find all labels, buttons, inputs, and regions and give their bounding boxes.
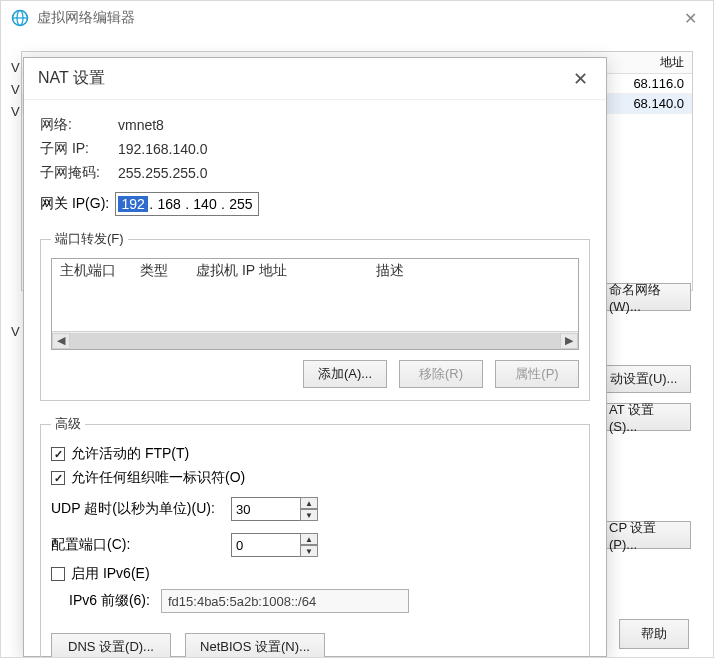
pf-add-button[interactable]: 添加(A)...: [303, 360, 387, 388]
pf-table-body[interactable]: [52, 283, 578, 331]
help-button[interactable]: 帮助: [619, 619, 689, 649]
app-icon: [11, 9, 29, 27]
allow-active-ftp-label: 允许活动的 FTP(T): [71, 445, 189, 463]
pf-properties-button[interactable]: 属性(P): [495, 360, 579, 388]
main-window: 虚拟网络编辑器 ✕ 地址 68.116.0 68.140.0 V V V V 命…: [0, 0, 714, 658]
enable-ipv6-label: 启用 IPv6(E): [71, 565, 150, 583]
nat-settings-button[interactable]: AT 设置(S)...: [596, 403, 691, 431]
dhcp-settings-button[interactable]: CP 设置(P)...: [596, 521, 691, 549]
advanced-group: 高级 允许活动的 FTP(T) 允许任何组织唯一标识符(O) UDP 超时(以秒…: [40, 415, 590, 658]
main-titlebar: 虚拟网络编辑器 ✕: [1, 1, 713, 35]
scroll-left-icon[interactable]: ◀: [52, 333, 70, 349]
auto-settings-button[interactable]: 动设置(U)...: [596, 365, 691, 393]
ip-octet-3[interactable]: 140: [190, 196, 220, 212]
config-port-label: 配置端口(C):: [51, 536, 231, 554]
rename-network-button[interactable]: 命名网络(W)...: [596, 283, 691, 311]
udp-timeout-label: UDP 超时(以秒为单位)(U):: [51, 500, 231, 518]
pf-remove-button[interactable]: 移除(R): [399, 360, 483, 388]
port-forwarding-legend: 端口转发(F): [51, 230, 128, 248]
ipv6-prefix-input[interactable]: fd15:4ba5:5a2b:1008::/64: [161, 589, 409, 613]
pf-columns: 主机端口 类型 虚拟机 IP 地址 描述: [52, 259, 578, 283]
network-value: vmnet8: [118, 117, 164, 133]
pf-col-vmip: 虚拟机 IP 地址: [188, 262, 368, 280]
pf-col-host: 主机端口: [52, 262, 132, 280]
port-forwarding-group: 端口转发(F) 主机端口 类型 虚拟机 IP 地址 描述 ◀ ▶: [40, 230, 590, 401]
background-left-letters: V V V: [11, 57, 20, 123]
config-port-up-icon[interactable]: ▲: [300, 533, 318, 545]
udp-timeout-up-icon[interactable]: ▲: [300, 497, 318, 509]
allow-any-oui-label: 允许任何组织唯一标识符(O): [71, 469, 245, 487]
main-title: 虚拟网络编辑器: [37, 9, 678, 27]
enable-ipv6-checkbox[interactable]: [51, 567, 65, 581]
pf-horizontal-scrollbar[interactable]: ◀ ▶: [52, 331, 578, 349]
udp-timeout-input[interactable]: [231, 497, 301, 521]
ip-octet-2[interactable]: 168: [154, 196, 184, 212]
main-close-icon[interactable]: ✕: [678, 9, 703, 28]
udp-timeout-down-icon[interactable]: ▼: [300, 509, 318, 521]
dialog-title: NAT 设置: [38, 68, 105, 89]
port-forwarding-table[interactable]: 主机端口 类型 虚拟机 IP 地址 描述 ◀ ▶: [51, 258, 579, 350]
scroll-track[interactable]: [70, 333, 560, 349]
dns-settings-button[interactable]: DNS 设置(D)...: [51, 633, 171, 658]
advanced-legend: 高级: [51, 415, 85, 433]
ip-octet-4[interactable]: 255: [226, 196, 256, 212]
config-port-down-icon[interactable]: ▼: [300, 545, 318, 557]
pf-col-desc: 描述: [368, 262, 578, 280]
allow-any-oui-checkbox[interactable]: [51, 471, 65, 485]
pf-col-type: 类型: [132, 262, 188, 280]
network-label: 网络:: [40, 116, 118, 134]
nat-settings-dialog: NAT 设置 ✕ 网络: vmnet8 子网 IP: 192.168.140.0…: [23, 57, 607, 657]
gateway-ip-input[interactable]: 192. 168. 140. 255: [115, 192, 259, 216]
subnet-ip-value: 192.168.140.0: [118, 141, 208, 157]
scroll-right-icon[interactable]: ▶: [560, 333, 578, 349]
ip-octet-1[interactable]: 192: [118, 196, 148, 212]
allow-active-ftp-checkbox[interactable]: [51, 447, 65, 461]
subnet-mask-value: 255.255.255.0: [118, 165, 208, 181]
dialog-close-icon[interactable]: ✕: [569, 68, 592, 90]
ipv6-prefix-label: IPv6 前缀(6):: [69, 592, 161, 610]
background-left-letters: V: [11, 321, 20, 343]
gateway-ip-label: 网关 IP(G):: [40, 195, 109, 213]
dialog-titlebar: NAT 设置 ✕: [24, 58, 606, 100]
config-port-input[interactable]: [231, 533, 301, 557]
subnet-mask-label: 子网掩码:: [40, 164, 118, 182]
background-col-addr: 地址: [660, 54, 684, 71]
netbios-settings-button[interactable]: NetBIOS 设置(N)...: [185, 633, 325, 658]
subnet-ip-label: 子网 IP:: [40, 140, 118, 158]
